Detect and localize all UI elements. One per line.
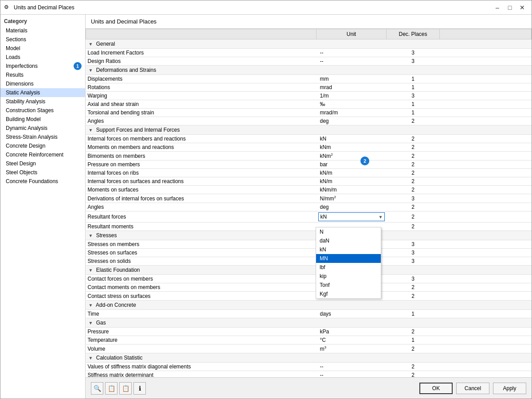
dropdown-option-tonf[interactable]: Tonf (316, 281, 381, 289)
label-gas-pressure: Pressure (86, 328, 317, 336)
label-derivations: Derivations of internal forces on surfac… (86, 194, 317, 203)
dec-resultant-moments: 2 (387, 223, 440, 231)
sidebar-item-concrete-reinforcement[interactable]: Concrete Reinforcement (0, 150, 85, 159)
label-volume: Volume (86, 344, 317, 353)
unit-warping: 1/m (317, 92, 387, 100)
table-row: Stresses on solids 3 (86, 257, 532, 266)
resultant-forces-dropdown[interactable]: kN ▼ (318, 212, 385, 221)
footer-actions: OK Cancel Apply (419, 383, 526, 394)
table-row: Displacements mm 1 (86, 75, 532, 83)
resultant-forces-select[interactable]: kN (318, 212, 385, 221)
sidebar-item-construction-stages[interactable]: Construction Stages (0, 106, 85, 115)
maximize-button[interactable]: □ (504, 3, 516, 12)
ok-button[interactable]: OK (419, 383, 453, 394)
toggle-deformations[interactable]: ▼ (89, 68, 93, 73)
section-title-calc-statistic: Calculation Statistic (96, 355, 143, 361)
info-button[interactable]: ℹ (133, 382, 146, 395)
content-title: Units and Decimal Places (91, 18, 526, 25)
dec-time: 1 (387, 310, 440, 318)
dropdown-option-kgf[interactable]: Kgf (316, 289, 381, 298)
label-rotations: Rotations (86, 83, 317, 92)
table-row: Bimoments on members kNm2 2 (86, 152, 532, 160)
table-row: Temperature °C 1 (86, 336, 532, 344)
label-angles-def: Angles (86, 117, 317, 125)
dropdown-option-kn[interactable]: kN (316, 245, 381, 254)
toggle-general[interactable]: ▼ (89, 42, 93, 47)
window-controls: – □ ✕ (492, 3, 528, 12)
toggle-calc-statistic[interactable]: ▼ (89, 356, 93, 360)
unit-torsional: mrad/m (317, 109, 387, 117)
dropdown-option-n[interactable]: N (316, 227, 381, 236)
table-row: Warping 1/m 3 (86, 92, 532, 100)
unit-internal-forces-ribs: kN/m (317, 169, 387, 177)
table-row: Load Increment Factors -- 3 (86, 49, 532, 57)
section-gas: ▼ Gas (86, 318, 532, 328)
sidebar-item-results[interactable]: Results (0, 70, 85, 79)
sidebar-item-sections[interactable]: Sections (0, 35, 85, 44)
minimize-button[interactable]: – (492, 3, 503, 12)
toggle-stresses[interactable]: ▼ (89, 233, 93, 238)
copy-button[interactable]: 📋 (105, 382, 117, 395)
table-row: Axial and shear strain ‰ 1 (86, 100, 532, 109)
unit-stiffness-determinant: -- (317, 371, 387, 378)
sidebar-item-dynamic-analysis[interactable]: Dynamic Analysis (0, 124, 85, 133)
sidebar-item-dimensions[interactable]: Dimensions (0, 79, 85, 88)
toggle-addon-concrete[interactable]: ▼ (89, 303, 93, 308)
sidebar-item-imperfections[interactable]: Imperfections 1 (0, 62, 85, 70)
label-bimoments: Bimoments on members (86, 152, 317, 160)
unit-dropdown-list[interactable]: N daN kN MN lbf kip Tonf Kgf (316, 227, 381, 299)
app-icon: ⚙ (4, 4, 11, 11)
sidebar-item-building-model[interactable]: Building Model (0, 115, 85, 124)
label-angles-sf: Angles (86, 203, 317, 211)
section-addon-concrete: ▼ Add-on Concrete (86, 301, 532, 310)
apply-button[interactable]: Apply (493, 383, 526, 394)
dec-internal-forces-surfaces: 2 (387, 177, 440, 186)
unit-resultant-forces[interactable]: kN ▼ (317, 211, 387, 223)
dropdown-option-mn[interactable]: MN (316, 254, 381, 263)
unit-design-ratios: -- (317, 57, 387, 66)
label-contact-forces-members: Contact forces on members (86, 275, 317, 283)
table-row: Stiffness matrix determinant -- 2 (86, 371, 532, 378)
sidebar-item-materials[interactable]: Materials (0, 26, 85, 35)
window-title: Units and Decimal Places (14, 4, 492, 11)
table-row: Design Ratios -- 3 (86, 57, 532, 66)
sidebar-item-steel-design[interactable]: Steel Design (0, 159, 85, 168)
close-button[interactable]: ✕ (516, 3, 528, 12)
dec-axial-shear: 1 (387, 100, 440, 109)
sidebar-item-model[interactable]: Model (0, 44, 85, 53)
unit-axial-shear: ‰ (317, 100, 387, 109)
dropdown-option-lbf[interactable]: lbf (316, 263, 381, 272)
table-row: Contact forces on members kN/m 3 (86, 275, 532, 283)
label-stresses-surfaces: Stresses on surfaces (86, 249, 317, 257)
sidebar-item-concrete-design[interactable]: Concrete Design (0, 141, 85, 150)
search-button[interactable]: 🔍 (91, 382, 103, 395)
table-row: Pressure kPa 2 (86, 328, 532, 336)
dec-internal-forces-members: 2 (387, 135, 440, 143)
toggle-support-forces[interactable]: ▼ (89, 128, 93, 133)
dropdown-option-dan[interactable]: daN (316, 236, 381, 245)
sidebar-item-loads[interactable]: Loads (0, 53, 85, 62)
label-internal-forces-ribs: Internal forces on ribs (86, 169, 317, 177)
label-temperature: Temperature (86, 336, 317, 344)
sidebar-item-stress-strain-analysis[interactable]: Stress-Strain Analysis (0, 133, 85, 141)
table-row: Internal forces on ribs kN/m 2 (86, 169, 532, 177)
paste-button[interactable]: 📋 (119, 382, 132, 395)
label-internal-forces-members: Internal forces on members and reactions (86, 135, 317, 143)
cancel-button[interactable]: Cancel (456, 383, 489, 394)
section-title-stresses: Stresses (96, 232, 117, 239)
label-torsional: Torsional and bending strain (86, 109, 317, 117)
dropdown-option-kip[interactable]: kip (316, 272, 381, 281)
title-bar: ⚙ Units and Decimal Places – □ ✕ (0, 0, 532, 15)
label-stiffness-diagonal: Values of stiffness matrix diagonal elem… (86, 363, 317, 371)
sidebar-item-static-analysis[interactable]: Static Analysis (0, 88, 85, 97)
toggle-gas[interactable]: ▼ (89, 321, 93, 325)
toggle-elastic-foundation[interactable]: ▼ (89, 268, 93, 273)
label-internal-forces-surfaces: Internal forces on surfaces and reaction… (86, 177, 317, 186)
table-row: Angles deg 2 (86, 117, 532, 125)
sidebar-item-concrete-foundations[interactable]: Concrete Foundations (0, 177, 85, 186)
sidebar-item-steel-objects[interactable]: Steel Objects (0, 168, 85, 177)
label-time: Time (86, 310, 317, 318)
dec-contact-moments-members: 2 (387, 283, 440, 292)
sidebar-item-stability-analysis[interactable]: Stability Analysis (0, 97, 85, 106)
table-area[interactable]: Unit Dec. Places ▼ General (86, 29, 532, 377)
